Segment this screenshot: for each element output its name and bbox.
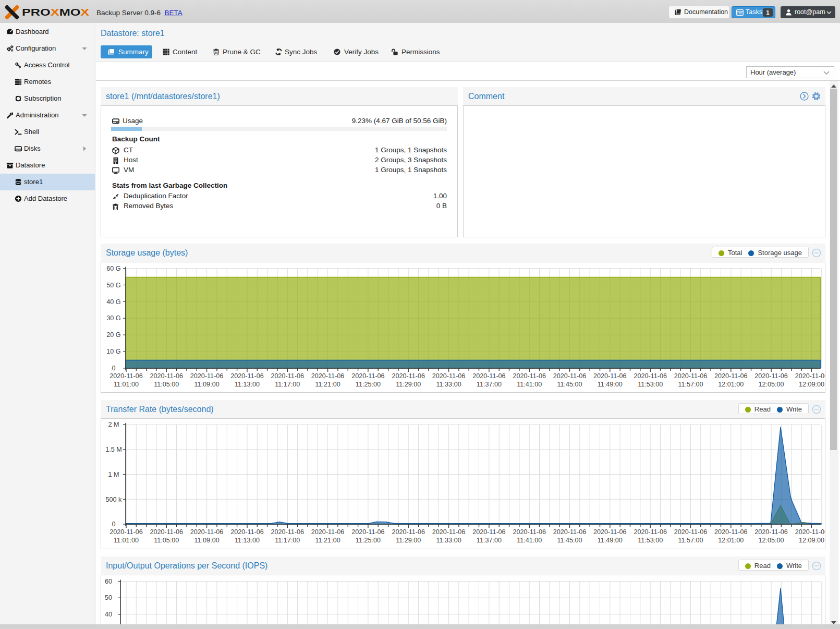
svg-text:11:09:00: 11:09:00 [194,381,220,388]
svg-text:12:05:00: 12:05:00 [759,381,784,388]
svg-text:11:37:00: 11:37:00 [477,381,502,388]
svg-text:2020-11-06: 2020-11-06 [271,372,305,380]
svg-text:11:37:00: 11:37:00 [477,537,502,544]
svg-text:11:53:00: 11:53:00 [638,381,663,388]
svg-text:2020-11-06: 2020-11-06 [795,372,825,380]
svg-text:2020-11-06: 2020-11-06 [392,372,425,380]
svg-text:2020-11-06: 2020-11-06 [432,528,466,536]
svg-text:1 M: 1 M [108,471,119,478]
svg-text:11:41:00: 11:41:00 [517,537,542,544]
svg-text:11:25:00: 11:25:00 [356,537,381,544]
svg-text:2020-11-06: 2020-11-06 [472,528,506,536]
svg-text:2020-11-06: 2020-11-06 [190,528,224,536]
svg-text:11:09:00: 11:09:00 [194,537,220,544]
svg-text:2020-11-06: 2020-11-06 [513,372,545,380]
svg-text:0: 0 [112,521,115,528]
svg-text:2020-11-06: 2020-11-06 [634,372,667,380]
svg-text:0: 0 [112,365,115,372]
svg-text:2020-11-06: 2020-11-06 [674,372,708,380]
svg-text:11:45:00: 11:45:00 [557,537,582,544]
svg-text:10 G: 10 G [106,348,120,355]
svg-text:12:09:00: 12:09:00 [799,537,824,544]
svg-text:2020-11-06: 2020-11-06 [714,528,748,536]
svg-text:2020-11-06: 2020-11-06 [472,372,506,380]
svg-text:500 k: 500 k [106,496,123,503]
svg-text:40: 40 [105,611,112,618]
svg-text:2020-11-06: 2020-11-06 [553,372,587,380]
svg-text:11:17:00: 11:17:00 [275,537,300,544]
svg-text:2020-11-06: 2020-11-06 [432,372,466,380]
svg-text:50 G: 50 G [106,282,120,289]
svg-text:11:53:00: 11:53:00 [638,537,663,544]
svg-text:2020-11-06: 2020-11-06 [754,528,788,536]
svg-text:11:57:00: 11:57:00 [678,537,703,544]
svg-text:2020-11-06: 2020-11-06 [795,528,825,536]
svg-text:11:21:00: 11:21:00 [315,537,340,544]
svg-text:2020-11-06: 2020-11-06 [311,372,345,380]
svg-text:11:13:00: 11:13:00 [235,537,260,544]
svg-text:2020-11-06: 2020-11-06 [351,528,385,536]
svg-text:2 M: 2 M [108,421,119,428]
svg-text:11:13:00: 11:13:00 [235,381,260,388]
svg-text:1.5 M: 1.5 M [105,446,122,453]
svg-text:50: 50 [105,594,112,601]
svg-text:11:05:00: 11:05:00 [154,381,179,388]
svg-text:11:45:00: 11:45:00 [557,381,582,388]
svg-text:11:01:00: 11:01:00 [114,381,139,388]
svg-text:2020-11-06: 2020-11-06 [553,528,587,536]
svg-text:2020-11-06: 2020-11-06 [674,528,708,536]
svg-text:2020-11-06: 2020-11-06 [271,528,305,536]
svg-text:2020-11-06: 2020-11-06 [230,528,264,536]
svg-text:60 G: 60 G [106,265,120,272]
svg-text:11:49:00: 11:49:00 [598,381,623,388]
svg-text:11:05:00: 11:05:00 [154,537,179,544]
svg-text:11:25:00: 11:25:00 [356,381,381,388]
svg-text:2020-11-06: 2020-11-06 [150,372,184,380]
svg-text:11:29:00: 11:29:00 [396,381,421,388]
svg-text:2020-11-06: 2020-11-06 [754,372,788,380]
svg-text:2020-11-06: 2020-11-06 [392,528,425,536]
svg-text:12:09:00: 12:09:00 [799,381,824,388]
svg-text:11:21:00: 11:21:00 [315,381,340,388]
svg-text:12:01:00: 12:01:00 [718,381,744,388]
svg-text:11:41:00: 11:41:00 [517,381,542,388]
svg-text:12:05:00: 12:05:00 [759,537,784,544]
svg-text:2020-11-06: 2020-11-06 [150,528,184,536]
svg-text:11:01:00: 11:01:00 [114,537,139,544]
svg-text:2020-11-06: 2020-11-06 [714,372,748,380]
svg-text:2020-11-06: 2020-11-06 [311,528,345,536]
svg-text:11:57:00: 11:57:00 [678,381,703,388]
svg-text:2020-11-06: 2020-11-06 [109,372,143,380]
svg-text:60: 60 [105,578,112,585]
svg-text:11:33:00: 11:33:00 [436,537,461,544]
svg-text:20 G: 20 G [106,331,120,338]
svg-text:2020-11-06: 2020-11-06 [351,372,385,380]
svg-text:30 G: 30 G [106,314,120,322]
svg-text:40 G: 40 G [106,298,120,306]
svg-text:11:29:00: 11:29:00 [396,537,421,544]
svg-text:11:49:00: 11:49:00 [598,537,623,544]
svg-text:12:01:00: 12:01:00 [718,537,744,544]
svg-text:2020-11-06: 2020-11-06 [593,528,627,536]
svg-text:11:17:00: 11:17:00 [275,381,300,388]
svg-text:2020-11-06: 2020-11-06 [230,372,264,380]
svg-text:2020-11-06: 2020-11-06 [634,528,667,536]
svg-text:2020-11-06: 2020-11-06 [513,528,545,536]
svg-text:2020-11-06: 2020-11-06 [190,372,224,380]
svg-text:11:33:00: 11:33:00 [436,381,461,388]
svg-text:2020-11-06: 2020-11-06 [593,372,627,380]
svg-text:2020-11-06: 2020-11-06 [109,528,143,536]
